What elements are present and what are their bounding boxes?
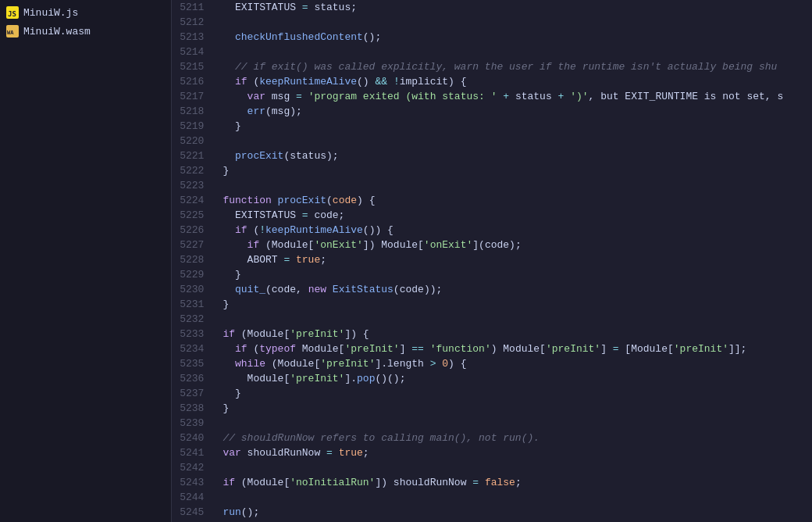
table-row: 5237 } — [172, 386, 812, 401]
line-number: 5225 — [172, 208, 216, 223]
line-number: 5216 — [172, 74, 216, 89]
line-code: EXITSTATUS = status; — [216, 0, 812, 15]
sidebar-item-label: MinuiW.js — [23, 7, 78, 19]
line-code — [216, 45, 812, 59]
line-code: } — [216, 297, 812, 312]
table-row: 5234 if (typeof Module['preInit'] == 'fu… — [172, 341, 812, 356]
line-code: EXITSTATUS = code; — [216, 208, 812, 223]
line-number: 5226 — [172, 223, 216, 238]
line-number: 5224 — [172, 193, 216, 208]
line-code: if (!keepRuntimeAlive()) { — [216, 223, 812, 238]
line-code: if (keepRuntimeAlive() && !implicit) { — [216, 74, 812, 89]
table-row: 5226 if (!keepRuntimeAlive()) { — [172, 223, 812, 238]
js-file-icon: JS — [6, 6, 19, 19]
line-code: var shouldRunNow = true; — [216, 445, 812, 460]
line-code: ABORT = true; — [216, 252, 812, 267]
line-code: err(msg); — [216, 104, 812, 119]
line-number: 5245 — [172, 505, 216, 520]
line-code — [216, 15, 812, 30]
line-number: 5217 — [172, 89, 216, 104]
line-number: 5243 — [172, 475, 216, 490]
line-code: } — [216, 401, 812, 416]
line-code: if (Module['onExit']) Module['onExit'](c… — [216, 238, 812, 252]
line-number: 5235 — [172, 356, 216, 371]
line-code: checkUnflushedContent(); — [216, 30, 812, 45]
line-code — [216, 178, 812, 193]
line-number: 5220 — [172, 134, 216, 148]
line-code: run(); — [216, 505, 812, 520]
line-number: 5228 — [172, 252, 216, 267]
sidebar-item-minuiw-wasm[interactable]: WA MinuiW.wasm — [0, 22, 171, 41]
table-row: 5235 while (Module['preInit'].length > 0… — [172, 356, 812, 371]
table-row: 5242 — [172, 460, 812, 475]
line-code: var msg = 'program exited (with status: … — [216, 89, 812, 104]
table-row: 5231 } — [172, 297, 812, 312]
table-row: 5245 run(); — [172, 505, 812, 520]
table-row: 5224 function procExit(code) { — [172, 193, 812, 208]
line-number: 5240 — [172, 431, 216, 445]
line-code — [216, 490, 812, 505]
line-number: 5219 — [172, 119, 216, 134]
table-row: 5214 — [172, 45, 812, 59]
line-number: 5233 — [172, 327, 216, 341]
line-code: while (Module['preInit'].length > 0) { — [216, 356, 812, 371]
line-code — [216, 312, 812, 327]
table-row: 5236 Module['preInit'].pop()(); — [172, 371, 812, 386]
table-row: 5241 var shouldRunNow = true; — [172, 445, 812, 460]
table-row: 5240 // shouldRunNow refers to calling m… — [172, 431, 812, 445]
table-row: 5212 — [172, 15, 812, 30]
table-row: 5219 } — [172, 119, 812, 134]
code-editor[interactable]: 5211 EXITSTATUS = status; 5212 5213 chec… — [172, 0, 812, 522]
line-number: 5227 — [172, 238, 216, 252]
line-number: 5211 — [172, 0, 216, 15]
line-number: 5232 — [172, 312, 216, 327]
line-number: 5218 — [172, 104, 216, 119]
svg-text:JS: JS — [8, 10, 16, 18]
line-code: quit_(code, new ExitStatus(code)); — [216, 282, 812, 297]
line-number: 5213 — [172, 30, 216, 45]
line-code — [216, 134, 812, 148]
table-row: 5216 if (keepRuntimeAlive() && !implicit… — [172, 74, 812, 89]
table-row: 5211 EXITSTATUS = status; — [172, 0, 812, 15]
line-number: 5231 — [172, 297, 216, 312]
line-code: } — [216, 119, 812, 134]
table-row: 5227 if (Module['onExit']) Module['onExi… — [172, 238, 812, 252]
sidebar-item-minuiw-js[interactable]: JS MinuiW.js — [0, 3, 171, 22]
line-number: 5239 — [172, 416, 216, 431]
table-row: 5229 } — [172, 267, 812, 282]
line-number: 5241 — [172, 445, 216, 460]
line-number: 5215 — [172, 59, 216, 74]
line-code: } — [216, 386, 812, 401]
line-number: 5230 — [172, 282, 216, 297]
table-row: 5244 — [172, 490, 812, 505]
line-number: 5234 — [172, 341, 216, 356]
line-number: 5223 — [172, 178, 216, 193]
line-number: 5238 — [172, 401, 216, 416]
line-code: // if exit() was called explicitly, warn… — [216, 59, 812, 74]
table-row: 5218 err(msg); — [172, 104, 812, 119]
table-row: 5232 — [172, 312, 812, 327]
table-row: 5221 procExit(status); — [172, 148, 812, 163]
line-number: 5212 — [172, 15, 216, 30]
line-code: if (Module['preInit']) { — [216, 327, 812, 341]
line-code: procExit(status); — [216, 148, 812, 163]
table-row: 5225 EXITSTATUS = code; — [172, 208, 812, 223]
table-row: 5233 if (Module['preInit']) { — [172, 327, 812, 341]
table-row: 5215 // if exit() was called explicitly,… — [172, 59, 812, 74]
line-number: 5229 — [172, 267, 216, 282]
sidebar: JS MinuiW.js WA MinuiW.wasm — [0, 0, 172, 522]
table-row: 5222 } — [172, 163, 812, 178]
table-row: 5230 quit_(code, new ExitStatus(code)); — [172, 282, 812, 297]
line-code: } — [216, 163, 812, 178]
code-table: 5211 EXITSTATUS = status; 5212 5213 chec… — [172, 0, 812, 522]
table-row: 5223 — [172, 178, 812, 193]
table-row: 5228 ABORT = true; — [172, 252, 812, 267]
sidebar-item-label: MinuiW.wasm — [23, 26, 91, 38]
line-code — [216, 460, 812, 475]
line-number: 5214 — [172, 45, 216, 59]
line-code: // shouldRunNow refers to calling main()… — [216, 431, 812, 445]
line-code: if (typeof Module['preInit'] == 'functio… — [216, 341, 812, 356]
line-code — [216, 416, 812, 431]
line-number: 5221 — [172, 148, 216, 163]
line-number: 5237 — [172, 386, 216, 401]
